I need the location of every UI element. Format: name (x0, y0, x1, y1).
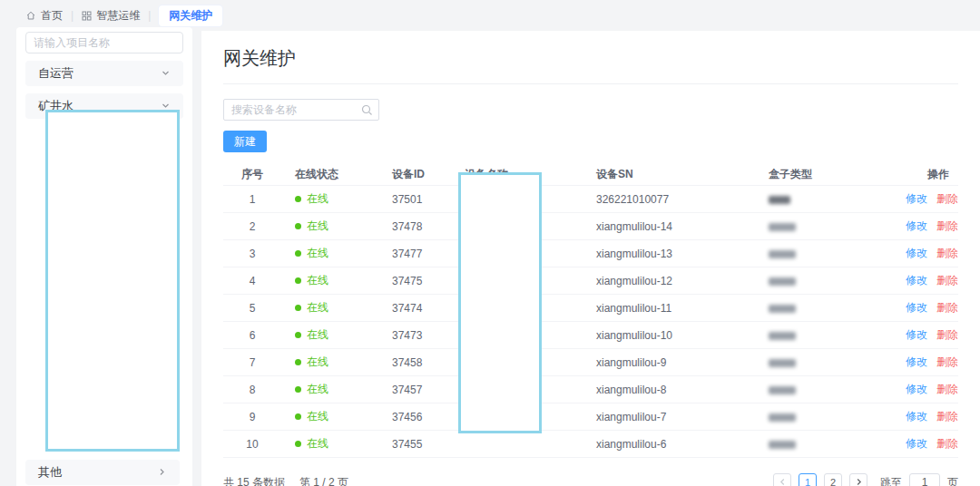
row-status-label: 在线 (307, 382, 328, 397)
row-device-sn: xiangmulilou-9 (585, 356, 758, 369)
gateway-maintenance-panel: 网关维护 新建 序号 在线状态 设备ID 设备名称 设备SN 盒子类型 操作 1 (201, 31, 980, 486)
delete-link[interactable]: 删除 (936, 274, 958, 287)
grid-icon (82, 11, 92, 21)
row-box-type (758, 302, 898, 315)
row-device-id: 37457 (381, 384, 454, 396)
redacted-project-list-region (45, 110, 180, 452)
online-dot-icon (295, 277, 301, 284)
delete-link[interactable]: 删除 (936, 219, 958, 232)
sidebar-group-ziyunying[interactable]: 自运营 (25, 61, 183, 86)
edit-link[interactable]: 修改 (906, 274, 927, 287)
jump-to-label: 跳至 (880, 475, 902, 486)
row-status-label: 在线 (307, 246, 328, 261)
row-actions: 修改删除 (898, 300, 958, 316)
row-actions: 修改删除 (898, 219, 958, 234)
row-device-sn: xiangmulilou-11 (585, 302, 758, 315)
box-type-blurred-value (769, 196, 790, 204)
create-new-button[interactable]: 新建 (223, 131, 267, 152)
page-title: 网关维护 (223, 47, 958, 69)
row-device-sn: xiangmulilou-13 (585, 248, 758, 260)
header-box-type: 盒子类型 (758, 167, 898, 182)
row-actions: 修改删除 (898, 191, 958, 207)
delete-link[interactable]: 删除 (936, 410, 958, 423)
page-unit-label: 页 (947, 475, 958, 486)
row-online-status: 在线 (281, 327, 381, 343)
row-index: 9 (223, 411, 281, 423)
row-index: 6 (223, 329, 281, 342)
online-dot-icon (295, 359, 301, 365)
row-actions: 修改删除 (898, 436, 958, 452)
delete-link[interactable]: 删除 (936, 355, 958, 368)
row-online-status: 在线 (281, 355, 381, 370)
row-online-status: 在线 (281, 273, 381, 288)
delete-link[interactable]: 删除 (936, 437, 958, 450)
online-dot-icon (295, 386, 301, 393)
row-device-id: 37478 (381, 220, 454, 233)
row-actions: 修改删除 (898, 327, 958, 343)
row-device-sn: xiangmulilou-12 (585, 275, 758, 287)
row-box-type (758, 384, 898, 396)
row-status-label: 在线 (307, 219, 328, 234)
edit-link[interactable]: 修改 (906, 301, 927, 314)
edit-link[interactable]: 修改 (906, 437, 927, 450)
page-button-1[interactable]: 1 (799, 473, 817, 486)
box-type-blurred-value (769, 250, 796, 258)
edit-link[interactable]: 修改 (906, 383, 927, 395)
online-dot-icon (295, 441, 301, 447)
online-dot-icon (295, 250, 301, 257)
row-online-status: 在线 (281, 436, 381, 452)
row-status-label: 在线 (307, 300, 328, 316)
breadcrumb-current-tab[interactable]: 网关维护 (159, 5, 222, 26)
edit-link[interactable]: 修改 (906, 219, 927, 232)
row-index: 8 (223, 384, 281, 396)
row-box-type (758, 275, 898, 287)
edit-link[interactable]: 修改 (906, 247, 927, 259)
edit-link[interactable]: 修改 (906, 410, 927, 423)
row-online-status: 在线 (281, 246, 381, 261)
table-row: 3 在线 37477 xiangmulilou-13 修改删除 (223, 239, 958, 267)
edit-link[interactable]: 修改 (906, 192, 927, 205)
box-type-blurred-value (769, 223, 796, 231)
sidebar-group-other[interactable]: 其他 (25, 460, 180, 485)
online-dot-icon (295, 305, 301, 311)
device-table: 序号 在线状态 设备ID 设备名称 设备SN 盒子类型 操作 1 在线 3750… (223, 163, 958, 458)
search-icon[interactable] (361, 103, 373, 120)
delete-link[interactable]: 删除 (936, 247, 958, 259)
box-type-blurred-value (769, 359, 796, 367)
edit-link[interactable]: 修改 (906, 355, 927, 368)
breadcrumb-home[interactable]: 首页 (25, 8, 63, 24)
delete-link[interactable]: 删除 (936, 328, 958, 341)
row-device-sn: xiangmulilou-10 (585, 329, 758, 342)
row-actions: 修改删除 (898, 246, 958, 261)
device-search-input[interactable] (223, 99, 379, 121)
header-device-sn: 设备SN (585, 167, 758, 182)
box-type-blurred-value (769, 277, 796, 286)
delete-link[interactable]: 删除 (936, 383, 958, 395)
box-type-blurred-value (769, 305, 796, 313)
table-row: 6 在线 37473 xiangmulilou-10 修改删除 (223, 321, 958, 348)
breadcrumb-section[interactable]: 智慧运维 (82, 8, 140, 24)
jump-page-input[interactable] (909, 473, 940, 486)
sidebar-group-label: 自运营 (38, 65, 74, 82)
row-device-sn: xiangmulilou-14 (585, 220, 758, 233)
project-search-input[interactable] (25, 32, 183, 53)
row-device-id: 37473 (381, 329, 454, 342)
row-actions: 修改删除 (898, 409, 958, 424)
breadcrumb-section-label: 智慧运维 (96, 8, 140, 24)
table-row: 10 在线 37455 xiangmulilou-6 修改删除 (223, 430, 958, 458)
prev-page-button[interactable] (773, 473, 791, 486)
next-page-button[interactable] (849, 473, 867, 486)
row-box-type (758, 356, 898, 369)
row-status-label: 在线 (307, 436, 328, 452)
chevron-down-icon (161, 67, 171, 81)
box-type-blurred-value (769, 441, 796, 449)
row-status-label: 在线 (307, 191, 328, 207)
home-icon (25, 10, 36, 21)
row-online-status: 在线 (281, 382, 381, 397)
delete-link[interactable]: 删除 (936, 192, 958, 205)
row-device-sn: xiangmulilou-7 (585, 411, 758, 423)
page-button-2[interactable]: 2 (824, 473, 842, 486)
delete-link[interactable]: 删除 (936, 301, 958, 314)
edit-link[interactable]: 修改 (906, 328, 927, 341)
box-type-blurred-value (769, 386, 796, 394)
